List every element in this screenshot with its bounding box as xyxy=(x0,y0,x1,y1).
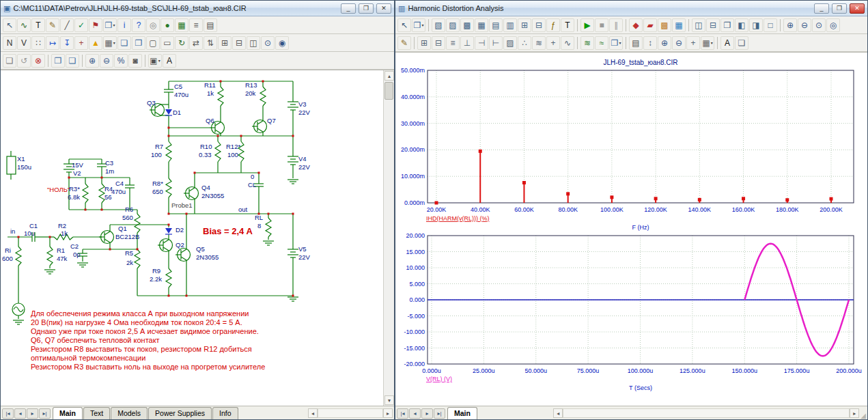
scroll-right-icon[interactable]: ▸ xyxy=(383,408,393,418)
next-page-icon[interactable]: ▸ xyxy=(27,408,38,419)
tab-main[interactable]: Main xyxy=(53,407,83,419)
scroll-down-icon[interactable]: ▾ xyxy=(384,395,394,405)
new-page-icon[interactable]: ❏ xyxy=(117,36,131,50)
minimize-button[interactable]: _ xyxy=(341,3,356,14)
pages-tile-icon[interactable]: ❐ xyxy=(51,54,65,68)
prev-page-icon[interactable]: ◂ xyxy=(14,408,26,419)
mirror-box-icon[interactable]: ◫ xyxy=(247,36,260,50)
text-mode-icon[interactable]: T xyxy=(31,18,45,32)
warning-led-icon[interactable]: ▲ xyxy=(89,36,102,50)
rotate-icon[interactable]: ↻ xyxy=(175,36,188,50)
point-tag-icon[interactable]: ◎ xyxy=(146,18,160,32)
select-icon[interactable]: ↖ xyxy=(397,18,411,32)
limits-red-icon[interactable]: ◆ xyxy=(629,18,643,32)
page-copy-icon[interactable]: ❐ xyxy=(132,36,145,50)
pages-copy-icon[interactable]: ❏ xyxy=(66,54,79,68)
current-arrows-icon[interactable]: ↦ xyxy=(46,36,59,50)
flip-vertical-icon[interactable]: ⇅ xyxy=(204,36,217,50)
region-grid-icon[interactable]: ▦ xyxy=(175,18,188,32)
scrollbar-track[interactable] xyxy=(318,408,383,418)
scrollbar-track[interactable] xyxy=(563,408,850,418)
limits-icon[interactable]: ↕ xyxy=(643,36,657,50)
cursor-position-icon[interactable]: + xyxy=(686,36,700,50)
scope-mode-4-icon[interactable]: ▦ xyxy=(475,18,488,32)
close-button[interactable]: ✕ xyxy=(850,3,865,14)
next-page-icon[interactable]: ▸ xyxy=(421,408,433,419)
scroll-right-icon[interactable]: ▸ xyxy=(850,408,859,418)
color-palette-1-icon[interactable]: ▩ xyxy=(658,18,671,32)
tab-main[interactable]: Main xyxy=(447,407,477,419)
scope-mode-8-icon[interactable]: ⊟ xyxy=(532,18,546,32)
run-icon[interactable]: ▶ xyxy=(580,18,594,32)
scope-mode-2-icon[interactable]: ▨ xyxy=(446,18,460,32)
zoom-out-icon[interactable]: ⊖ xyxy=(672,36,686,50)
help-mode-icon[interactable]: ? xyxy=(132,18,145,32)
zoom-percent-icon[interactable]: % xyxy=(114,54,128,68)
navigate-up-icon[interactable]: ↺ xyxy=(17,54,31,68)
scope-mode-6-icon[interactable]: ▥ xyxy=(503,18,517,32)
component-edit-icon[interactable]: ✎ xyxy=(46,18,59,32)
restore-button[interactable]: ❐ xyxy=(359,3,374,14)
select-region-icon[interactable]: ▢ xyxy=(146,36,160,50)
grid-toggle-icon[interactable]: ▦▾ xyxy=(103,36,117,50)
font-icon[interactable]: A xyxy=(720,36,734,50)
last-page-icon[interactable]: ▸| xyxy=(434,408,445,419)
info-mode-icon[interactable]: i xyxy=(117,18,131,32)
camera-snapshot-icon[interactable]: ◙ xyxy=(128,54,142,68)
scope-mode-5-icon[interactable]: ▤ xyxy=(489,18,503,32)
copy-icon[interactable]: ❐▾ xyxy=(412,18,425,32)
prev-page-icon[interactable]: ◂ xyxy=(409,408,421,419)
maximize-plot-icon[interactable]: □ xyxy=(764,18,777,32)
tile-vertical-icon[interactable]: ◫ xyxy=(692,18,705,32)
mode-select-icon[interactable]: ▣▾ xyxy=(148,54,162,68)
pages-menu-icon[interactable]: ❐▾ xyxy=(609,36,623,50)
vertical-cursor-icon[interactable]: ⊢ xyxy=(489,36,503,50)
select-icon[interactable]: ↖ xyxy=(3,18,16,32)
plus-marks-icon[interactable]: + xyxy=(546,36,560,50)
scroll-left-icon[interactable]: ◂ xyxy=(308,408,318,418)
scope-mode-3-icon[interactable]: ▩ xyxy=(460,18,474,32)
link-pages-icon[interactable]: ❏ xyxy=(3,54,16,68)
condition-marks-icon[interactable]: + xyxy=(74,36,88,50)
print-icon[interactable]: ▤ xyxy=(204,18,217,32)
schematic-titlebar[interactable]: ▣ C:\MC11\DATA\Petrov\JLH\JLH-69-tstab_S… xyxy=(1,1,394,16)
step-box-icon[interactable]: ⊞ xyxy=(218,36,232,50)
cascade-windows-icon[interactable]: ❐ xyxy=(720,18,734,32)
font-icon[interactable]: A xyxy=(163,54,176,68)
tab-info[interactable]: Info xyxy=(212,407,238,419)
optimizer-red-icon[interactable]: ▰ xyxy=(643,18,657,32)
grid-menu-icon[interactable]: ▦▾ xyxy=(701,36,714,50)
scroll-up-icon[interactable]: ▴ xyxy=(384,71,394,81)
schematic-canvas-area[interactable]: X1150u15VV2C31m"НОЛЬ"R3*6.8kR456C4470uC5… xyxy=(1,70,394,406)
zoom-out-icon[interactable]: ⊖ xyxy=(100,54,113,68)
wire-mode-icon[interactable]: ∿ xyxy=(17,18,31,32)
zoom-in-icon[interactable]: ⊕ xyxy=(658,36,671,50)
analysis-titlebar[interactable]: ▥ Harmonic Distortion Analysis _ ❐ ✕ xyxy=(395,1,867,16)
data-points-icon[interactable]: ∴ xyxy=(518,36,531,50)
stack-all-curves-icon[interactable]: ≋ xyxy=(580,36,594,50)
tab-power-supplies[interactable]: Power Supplies xyxy=(148,407,212,419)
tab-text[interactable]: Text xyxy=(83,407,110,419)
tile-horizontal-icon[interactable]: ⊟ xyxy=(706,18,720,32)
horizontal-scrollbar[interactable]: ◂ ▸ xyxy=(553,408,859,419)
resize-grip[interactable]: ◢ xyxy=(860,412,866,419)
node-numbers-icon[interactable]: N xyxy=(3,36,16,50)
flag-mode-icon[interactable]: ⚑ xyxy=(89,18,102,32)
minor-grids-icon[interactable]: ≡ xyxy=(446,36,460,50)
node-voltages-icon[interactable]: V xyxy=(17,36,31,50)
list-view-icon[interactable]: ≡ xyxy=(189,18,203,32)
curve-fill-icon[interactable]: ▨ xyxy=(503,36,517,50)
horizontal-scrollbar[interactable]: ◂ ▸ xyxy=(308,408,393,419)
spline-icon[interactable]: ∿ xyxy=(561,36,574,50)
zoom-in-icon[interactable]: ⊕ xyxy=(85,54,99,68)
layers-icon[interactable]: ❏ xyxy=(735,36,748,50)
horizontal-grids-icon[interactable]: ⊞ xyxy=(417,36,431,50)
enable-check-icon[interactable]: ✓ xyxy=(74,18,88,32)
minimize-button[interactable]: _ xyxy=(814,3,829,14)
thick-lines-icon[interactable]: ≋ xyxy=(532,36,546,50)
scope-mode-1-icon[interactable]: ▧ xyxy=(432,18,445,32)
text-tool-icon[interactable]: T xyxy=(561,18,574,32)
first-page-icon[interactable]: |◂ xyxy=(397,408,408,419)
split-text-plot-icon[interactable]: ◧ xyxy=(735,18,748,32)
horizontal-cursor-icon[interactable]: ⊣ xyxy=(475,36,488,50)
